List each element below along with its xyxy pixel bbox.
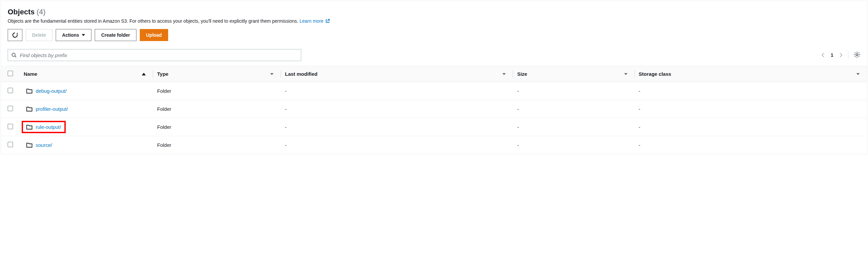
cell-type: Folder bbox=[153, 82, 281, 100]
object-count: (4) bbox=[37, 8, 46, 16]
cell-last_modified: - bbox=[281, 82, 513, 100]
divider bbox=[848, 51, 848, 59]
sort-asc-icon bbox=[142, 73, 146, 76]
search-icon bbox=[11, 52, 17, 58]
learn-more-link[interactable]: Learn more bbox=[300, 18, 330, 24]
next-page-icon[interactable] bbox=[839, 52, 843, 58]
folder-icon bbox=[26, 124, 32, 130]
cell-storage_class: - bbox=[635, 118, 867, 136]
object-link[interactable]: profiler-output/ bbox=[36, 106, 68, 112]
objects-panel: Objects (4) Objects are the fundamental … bbox=[1, 1, 867, 154]
refresh-icon bbox=[12, 32, 18, 38]
column-size[interactable]: Size bbox=[513, 66, 634, 82]
prev-page-icon[interactable] bbox=[821, 52, 825, 58]
create-folder-button[interactable]: Create folder bbox=[95, 29, 136, 41]
cell-type: Folder bbox=[153, 136, 281, 154]
name-cell: source/ bbox=[24, 141, 55, 149]
select-all-checkbox[interactable] bbox=[8, 71, 13, 76]
table-row: profiler-output/Folder--- bbox=[1, 100, 867, 118]
search-input[interactable] bbox=[20, 52, 298, 58]
column-type[interactable]: Type bbox=[153, 66, 281, 82]
cell-type: Folder bbox=[153, 118, 281, 136]
column-last-modified[interactable]: Last modified bbox=[281, 66, 513, 82]
column-storage-class[interactable]: Storage class bbox=[635, 66, 867, 82]
actions-button[interactable]: Actions bbox=[56, 29, 91, 41]
cell-last_modified: - bbox=[281, 100, 513, 118]
folder-icon bbox=[26, 143, 32, 148]
cell-last_modified: - bbox=[281, 136, 513, 154]
external-link-icon bbox=[325, 19, 330, 24]
svg-point-2 bbox=[856, 54, 858, 56]
row-checkbox[interactable] bbox=[8, 142, 13, 147]
page-number: 1 bbox=[831, 52, 833, 58]
row-checkbox[interactable] bbox=[8, 124, 13, 129]
toolbar: Delete Actions Create folder Upload bbox=[8, 29, 860, 41]
row-checkbox[interactable] bbox=[8, 88, 13, 93]
folder-icon bbox=[26, 88, 32, 94]
page-title: Objects bbox=[8, 8, 35, 16]
table-row: rule-output/Folder--- bbox=[1, 118, 867, 136]
svg-point-0 bbox=[12, 53, 16, 56]
page-subtitle: Objects are the fundamental entities sto… bbox=[8, 18, 860, 24]
caret-down-icon bbox=[82, 34, 85, 36]
object-link[interactable]: rule-output/ bbox=[36, 124, 61, 130]
cell-size: - bbox=[513, 82, 634, 100]
cell-storage_class: - bbox=[635, 100, 867, 118]
object-link[interactable]: debug-output/ bbox=[36, 88, 67, 94]
sort-icon bbox=[270, 73, 274, 75]
select-all-header bbox=[1, 66, 20, 82]
name-cell: rule-output/ bbox=[24, 123, 64, 131]
cell-storage_class: - bbox=[635, 82, 867, 100]
header-block: Objects (4) Objects are the fundamental … bbox=[1, 8, 867, 49]
cell-type: Folder bbox=[153, 100, 281, 118]
name-cell: debug-output/ bbox=[24, 87, 69, 95]
table-row: source/Folder--- bbox=[1, 136, 867, 154]
filter-row: 1 bbox=[1, 49, 867, 66]
cell-last_modified: - bbox=[281, 118, 513, 136]
pager: 1 bbox=[821, 52, 843, 58]
cell-size: - bbox=[513, 136, 634, 154]
search-box[interactable] bbox=[8, 49, 301, 61]
cell-storage_class: - bbox=[635, 136, 867, 154]
sort-icon bbox=[502, 73, 506, 75]
cell-size: - bbox=[513, 118, 634, 136]
delete-button: Delete bbox=[26, 29, 52, 41]
cell-size: - bbox=[513, 100, 634, 118]
settings-button[interactable] bbox=[854, 51, 860, 59]
objects-table: Name Type Last modified bbox=[1, 66, 867, 154]
svg-line-1 bbox=[15, 56, 17, 57]
sort-icon bbox=[856, 73, 860, 75]
object-link[interactable]: source/ bbox=[36, 142, 52, 148]
row-checkbox[interactable] bbox=[8, 106, 13, 111]
folder-icon bbox=[26, 107, 32, 112]
refresh-button[interactable] bbox=[8, 29, 22, 41]
column-name[interactable]: Name bbox=[20, 66, 153, 82]
gear-icon bbox=[854, 51, 860, 58]
upload-button[interactable]: Upload bbox=[140, 29, 168, 41]
table-row: debug-output/Folder--- bbox=[1, 82, 867, 100]
sort-icon bbox=[624, 73, 627, 75]
name-cell: profiler-output/ bbox=[24, 105, 71, 113]
